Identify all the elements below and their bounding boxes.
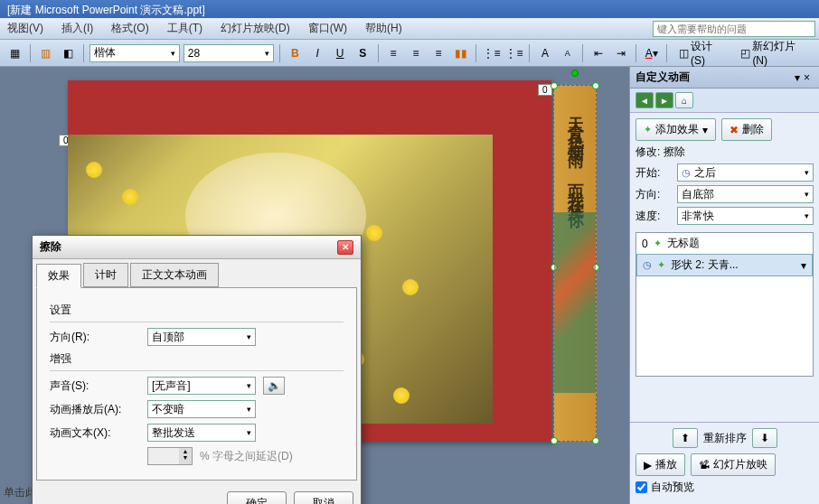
bold-button[interactable]: B [286, 43, 305, 63]
delay-spinner[interactable]: ▲▼ [147, 447, 193, 465]
italic-button[interactable]: I [308, 43, 327, 63]
dropdown-icon: ▾ [805, 211, 809, 220]
font-color-button[interactable]: A▾ [642, 43, 661, 63]
after-animation-label: 动画播放后(A): [50, 402, 140, 417]
font-name-combo[interactable]: 楷体 ▾ [89, 44, 180, 62]
font-size-combo[interactable]: 28 ▾ [184, 44, 274, 62]
nav-forward-button[interactable]: ► [655, 92, 673, 108]
reorder-down-button[interactable]: ⬇ [752, 428, 777, 448]
direction-value: 自顶部 [152, 330, 184, 345]
effect-list-item[interactable]: 0 ✦ 无标题 [636, 233, 813, 254]
decrease-font-button[interactable]: A [558, 43, 577, 63]
menu-window[interactable]: 窗口(W) [305, 19, 351, 38]
play-button[interactable]: ▶ 播放 [635, 453, 685, 476]
after-animation-combo[interactable]: 不变暗 ▾ [147, 400, 256, 418]
separator [529, 44, 530, 62]
add-effect-button[interactable]: ✦ 添加效果 ▾ [635, 118, 716, 141]
new-slide-icon: ◰ [740, 47, 750, 60]
dropdown-icon[interactable]: ▾ [801, 259, 806, 272]
underline-button[interactable]: U [331, 43, 350, 63]
toolbar-icon-1[interactable]: ▦ [5, 43, 24, 63]
animate-text-label: 动画文本(X): [50, 425, 140, 441]
nav-home-button[interactable]: ⌂ [675, 92, 693, 108]
separator [475, 44, 476, 62]
new-slide-button[interactable]: ◰ 新幻灯片(N) [734, 36, 814, 70]
direction-combo[interactable]: 自顶部 ▾ [147, 328, 256, 346]
reorder-label: 重新排序 [703, 431, 747, 446]
autopreview-checkbox[interactable]: 自动预览 [635, 476, 814, 499]
selection-handle[interactable] [592, 437, 599, 444]
start-label: 开始: [635, 165, 672, 181]
align-right-button[interactable]: ≡ [429, 43, 448, 63]
align-center-button[interactable]: ≡ [407, 43, 426, 63]
decrease-indent-button[interactable]: ⇤ [588, 43, 607, 63]
selection-handle[interactable] [592, 82, 599, 89]
numbering-button[interactable]: ⋮≡ [482, 43, 501, 63]
delete-effect-button[interactable]: ✖ 删除 [721, 118, 772, 141]
rotate-handle[interactable] [571, 70, 579, 77]
sound-combo[interactable]: [无声音] ▾ [147, 377, 256, 395]
start-combo[interactable]: ◷ 之后 ▾ [677, 163, 814, 182]
separator [635, 44, 636, 62]
increase-font-button[interactable]: A [535, 43, 554, 63]
taskpane-title: 自定义动画 [635, 70, 795, 85]
selection-handle[interactable] [551, 437, 558, 444]
selection-handle[interactable] [551, 82, 558, 89]
sound-value: [无声音] [152, 378, 191, 394]
effect-list[interactable]: 0 ✦ 无标题 ◷ ✦ 形状 2: 天青... ▾ [635, 232, 814, 377]
enhance-group-label: 增强 [50, 351, 344, 367]
help-search-input[interactable] [653, 21, 815, 37]
window-title: [新建 Microsoft PowerPoint 演示文稿.ppt] [7, 4, 205, 16]
formatting-toolbar: ▦ ▥ ◧ 楷体 ▾ 28 ▾ B I U S ≡ ≡ ≡ ▮▮ ⋮≡ ⋮≡ A… [0, 40, 819, 67]
toolbar-icon-2[interactable]: ▥ [36, 43, 55, 63]
distribute-button[interactable]: ▮▮ [452, 43, 471, 63]
shadow-button[interactable]: S [353, 43, 372, 63]
menu-format[interactable]: 格式(O) [108, 19, 152, 38]
ok-button[interactable]: 确定 [227, 491, 287, 504]
increase-indent-button[interactable]: ⇥ [611, 43, 630, 63]
star-icon: ✦ [657, 259, 665, 271]
align-left-button[interactable]: ≡ [384, 43, 403, 63]
tab-effect[interactable]: 效果 [36, 264, 81, 288]
toolbar-icon-3[interactable]: ◧ [59, 43, 78, 63]
font-size-value: 28 [188, 47, 200, 60]
vertical-text-shape[interactable]: 0 天青色等烟雨 而我在等你 [553, 85, 597, 442]
tab-text-animation[interactable]: 正文文本动画 [130, 263, 219, 287]
item-text: 无标题 [667, 236, 700, 251]
autopreview-input[interactable] [635, 481, 647, 493]
dropdown-icon: ▾ [171, 49, 175, 58]
menu-view[interactable]: 视图(V) [4, 19, 47, 38]
effect-list-item[interactable]: ◷ ✦ 形状 2: 天青... ▾ [636, 254, 813, 276]
menu-insert[interactable]: 插入(I) [58, 19, 97, 38]
play-label: 播放 [655, 457, 677, 472]
speed-combo[interactable]: 非常快 ▾ [677, 207, 814, 225]
direction-label: 方向(R): [50, 330, 140, 345]
font-name-value: 楷体 [94, 45, 116, 61]
reorder-up-button[interactable]: ⬆ [673, 428, 698, 448]
slideshow-button[interactable]: 📽 幻灯片放映 [691, 453, 776, 476]
after-value: 不变暗 [152, 402, 184, 417]
nav-back-button[interactable]: ◄ [635, 92, 654, 108]
menu-tools[interactable]: 工具(T) [164, 19, 206, 38]
cancel-button[interactable]: 取消 [294, 491, 353, 504]
separator [378, 44, 379, 62]
menu-help[interactable]: 帮助(H) [362, 19, 406, 38]
dialog-titlebar[interactable]: 擦除 ✕ [33, 236, 361, 259]
design-button[interactable]: ◫ 设计(S) [673, 36, 730, 70]
dropdown-icon: ▾ [247, 381, 251, 390]
taskpane-header: 自定义动画 ▾ × [630, 67, 819, 89]
dropdown-icon: ▾ [247, 332, 251, 341]
taskpane-close-button[interactable]: × [800, 71, 814, 84]
bullets-button[interactable]: ⋮≡ [504, 43, 523, 63]
menu-slideshow[interactable]: 幻灯片放映(D) [217, 19, 294, 38]
dialog-title: 擦除 [40, 239, 61, 255]
sound-preview-button[interactable]: 🔈 [263, 377, 285, 395]
dialog-close-button[interactable]: ✕ [337, 240, 353, 255]
dropdown-icon: ▾ [247, 428, 251, 437]
modify-label: 修改: 擦除 [635, 145, 814, 160]
direction-combo[interactable]: 自底部 ▾ [677, 185, 814, 203]
speed-value: 非常快 [682, 209, 714, 224]
tab-timing[interactable]: 计时 [83, 263, 128, 287]
animate-text-combo[interactable]: 整批发送 ▾ [147, 424, 256, 442]
star-icon: ✦ [654, 238, 662, 249]
